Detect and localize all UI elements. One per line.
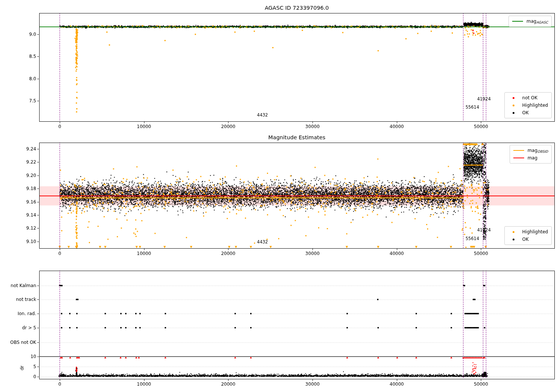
y-tick-label: 9.0 <box>2 31 36 37</box>
x-tick-label: 50000 <box>464 251 498 256</box>
legend-label: OK <box>522 237 529 242</box>
figure: 010000200003000040000500009.08.58.07.544… <box>0 0 560 392</box>
y-tick-label: 5 <box>2 364 36 370</box>
x-tick-label: 30000 <box>296 124 329 129</box>
legend-label: Highlighted <box>522 103 548 108</box>
x-tick-label: 10000 <box>127 124 161 129</box>
x-tick-label: 10000 <box>127 251 161 256</box>
y-tick-label: 7.5 <box>2 98 36 104</box>
legend-plot1-points: not OK Highlighted OK <box>504 92 552 118</box>
ok-dot-swatch <box>513 112 514 114</box>
y-tick-label: 0 <box>2 374 36 380</box>
annotation-obsid-41924: 41924 <box>477 227 491 233</box>
legend-entry: not OK <box>508 94 548 102</box>
y-tick-label: 9.18 <box>2 186 36 192</box>
x-tick-label: 10000 <box>127 382 161 387</box>
legend-entry: Highlighted <box>508 102 548 109</box>
legend-entry: OK <box>508 236 548 243</box>
dr-axis-label: dr <box>19 362 25 370</box>
x-tick-label: 40000 <box>380 382 414 387</box>
ok-dot-swatch <box>513 239 514 240</box>
y-tick-label: not track <box>2 296 36 302</box>
legend-plot2-points: Highlighted OK <box>504 226 552 245</box>
x-tick-label: 0 <box>43 382 77 387</box>
y-tick-label: OBS not OK <box>2 339 36 345</box>
y-tick-label: 9.14 <box>2 212 36 218</box>
legend-label: OK <box>522 110 529 115</box>
y-tick-label: 9.10 <box>2 239 36 245</box>
legend-entry: magOBSID <box>513 147 548 154</box>
y-tick-label: 9.16 <box>2 199 36 205</box>
legend-label: magOBSID <box>528 148 548 153</box>
plot1-title: AGASC ID 723397096.0 <box>39 4 554 11</box>
legend-label: Highlighted <box>522 229 548 234</box>
annotation-obsid-55614: 55614 <box>466 236 479 241</box>
legend-mag-agasc: magAGASC <box>508 16 552 27</box>
highlighted-dot-swatch <box>513 231 514 233</box>
y-tick-label: 9.12 <box>2 225 36 231</box>
x-tick-label: 50000 <box>464 382 498 387</box>
annotation-obsid-4432: 4432 <box>246 239 279 245</box>
x-tick-label: 50000 <box>464 124 498 129</box>
legend-label: magAGASC <box>526 19 548 24</box>
annotation-obsid-55614: 55614 <box>466 105 479 110</box>
legend-entry: OK <box>508 109 548 116</box>
y-tick-label: 9.24 <box>2 146 36 152</box>
y-tick-label: 9.20 <box>2 172 36 178</box>
x-tick-label: 20000 <box>211 251 245 256</box>
x-tick-label: 0 <box>43 251 77 256</box>
x-tick-label: 40000 <box>380 124 414 129</box>
x-tick-label: 30000 <box>296 382 329 387</box>
y-tick-label: Ion. rad. <box>2 311 36 317</box>
y-tick-label: 8.0 <box>2 76 36 82</box>
y-tick-label: not Kalman <box>2 283 36 289</box>
legend-label: mag <box>528 155 538 161</box>
x-tick-label: 30000 <box>296 251 329 256</box>
mag-line-swatch <box>513 158 524 159</box>
figure-canvas <box>0 0 560 392</box>
legend-entry: Highlighted <box>508 228 548 236</box>
y-tick-label: 8.5 <box>2 53 36 59</box>
not-ok-dot-swatch <box>513 97 514 99</box>
annotation-obsid-4432: 4432 <box>246 112 279 118</box>
legend-mag-lines: magOBSID mag <box>510 145 552 164</box>
legend-entry: mag <box>513 154 548 162</box>
x-tick-label: 0 <box>43 124 77 129</box>
mag-agasc-line-swatch <box>512 21 523 22</box>
legend-label: not OK <box>522 95 538 100</box>
x-tick-label: 40000 <box>380 251 414 256</box>
y-tick-label: 10 <box>2 354 36 360</box>
x-tick-label: 20000 <box>211 382 245 387</box>
y-tick-label: 9.22 <box>2 159 36 165</box>
highlighted-dot-swatch <box>513 105 514 106</box>
y-tick-label: dr > 5 <box>2 325 36 331</box>
x-tick-label: 20000 <box>211 124 245 129</box>
plot2-title: Magnitude Estimates <box>39 134 554 141</box>
legend-entry: magAGASC <box>512 18 548 25</box>
mag-obsid-line-swatch <box>513 150 524 151</box>
annotation-obsid-41924: 41924 <box>477 96 491 102</box>
